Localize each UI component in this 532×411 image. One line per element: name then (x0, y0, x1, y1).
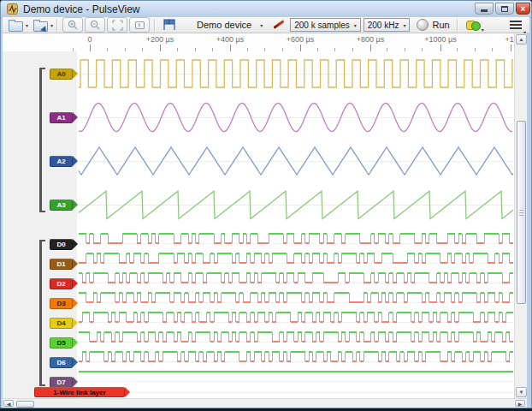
trace-view[interactable] (77, 51, 514, 398)
toolbar-separator (457, 19, 458, 32)
zoom-fit-icon (112, 20, 123, 31)
save-arrow-icon (40, 26, 49, 34)
channel-label-text: A0 (56, 70, 65, 78)
chevron-down-icon: ▾ (403, 22, 405, 28)
minimize-icon (481, 9, 488, 12)
decoder-icon: ▾ (464, 19, 482, 31)
channel-label-A0[interactable]: A0 (50, 68, 73, 80)
open-icon (9, 21, 23, 32)
scroll-up-icon: ▲ (519, 37, 524, 42)
digital-group-bracket (39, 240, 45, 386)
scroll-right-button[interactable]: ▶ (515, 400, 525, 407)
ruler-label: +600 µs (287, 35, 314, 44)
save-button[interactable] (32, 18, 50, 33)
scroll-down-button[interactable]: ▼ (516, 387, 527, 397)
window-title: Demo device - PulseView (23, 3, 140, 15)
toolbar-separator (154, 19, 156, 32)
ruler-label: +1000 µs (424, 35, 456, 44)
ruler-major-tick (90, 45, 91, 51)
zoom-out-button[interactable] (85, 17, 105, 33)
probe-icon (274, 20, 285, 28)
channel-label-text: A1 (56, 114, 65, 122)
main-menu-button[interactable]: ▾ (507, 18, 524, 33)
close-icon: × (521, 4, 526, 14)
channel-label-text: A3 (56, 201, 65, 209)
channel-label-text: D7 (56, 378, 65, 386)
channel-label-D4[interactable]: D4 (50, 318, 73, 329)
run-button[interactable]: Run (417, 18, 449, 33)
ruler-label: +400 µs (216, 35, 244, 44)
toolbar-separator (56, 19, 58, 32)
scroll-up-button[interactable]: ▲ (516, 34, 527, 45)
h-scrollbar-thumb[interactable] (16, 401, 34, 408)
channel-label-text: D6 (56, 359, 65, 366)
maximize-icon (501, 6, 508, 12)
zoom-out-icon (90, 20, 101, 31)
sample-count-select[interactable]: 200 k samples ▾ (290, 18, 361, 32)
scroll-left-button[interactable]: ◀ (3, 400, 14, 407)
configure-channels-button[interactable] (271, 18, 287, 32)
channel-label-D3[interactable]: D3 (50, 298, 73, 309)
add-decoder-button[interactable]: ▾ (462, 18, 484, 33)
ruler-major-tick (300, 45, 301, 51)
minimize-button[interactable] (475, 3, 494, 15)
ruler-major-tick (370, 45, 371, 51)
chevron-down-icon: ▾ (26, 22, 28, 28)
open-dropdown-button[interactable]: ▾ (25, 18, 28, 33)
ruler-major-tick (160, 45, 161, 51)
channel-label-D1[interactable]: D1 (50, 259, 73, 270)
window-titlebar: Demo device - PulseView × (1, 1, 531, 18)
run-button-label: Run (432, 20, 449, 30)
scroll-down-icon: ▼ (519, 390, 524, 395)
channel-label-text: D5 (56, 339, 65, 347)
channel-label-D5[interactable]: D5 (50, 337, 73, 348)
sample-rate-value: 200 kHz (368, 21, 399, 30)
channel-label-A3[interactable]: A3 (50, 200, 73, 211)
zoom-one-to-one-icon (134, 20, 145, 31)
ruler-label: +800 µs (357, 35, 384, 44)
chevron-down-icon: ▾ (354, 22, 357, 28)
ruler-major-tick (230, 45, 231, 51)
scroll-right-icon: ▶ (518, 401, 523, 407)
zoom-one-to-one-button[interactable] (129, 17, 150, 33)
open-button[interactable] (7, 18, 25, 33)
v-scrollbar[interactable]: ▲ ▼ (514, 33, 527, 398)
zoom-in-button[interactable] (62, 17, 83, 33)
channel-label-1-Wire-link-layer[interactable]: 1-Wire link layer (34, 387, 125, 397)
time-ruler[interactable]: 0+200 µs+400 µs+600 µs+800 µs+1000 µs+1: (0, 33, 514, 51)
channel-label-text: D2 (56, 280, 65, 288)
device-select-value: Demo device (197, 20, 251, 30)
chevron-down-icon: ▾ (260, 22, 263, 28)
ruler-label: 0 (87, 35, 92, 44)
pulseview-app-icon (7, 3, 18, 15)
close-button[interactable]: × (516, 3, 530, 15)
zoom-fit-button[interactable] (107, 17, 127, 33)
show-cursors-button[interactable] (159, 18, 180, 33)
channel-label-D0[interactable]: D0 (50, 239, 73, 250)
run-led-icon (417, 19, 429, 31)
ruler-label: +1: (505, 35, 514, 44)
channel-label-text: A2 (56, 158, 65, 165)
ruler-major-tick (511, 45, 511, 51)
channel-label-A1[interactable]: A1 (50, 112, 73, 123)
channel-label-D2[interactable]: D2 (50, 278, 73, 289)
save-icon (33, 21, 48, 32)
ruler-label: +200 µs (146, 35, 174, 44)
maximize-button[interactable] (495, 3, 514, 15)
toolbar: ▾ ▾ Demo device ▾ 200 k samples (3, 17, 529, 33)
save-dropdown-button[interactable]: ▾ (50, 18, 53, 33)
device-select[interactable]: Demo device ▾ (192, 18, 268, 33)
sample-rate-select[interactable]: 200 kHz ▾ (364, 18, 411, 32)
channel-label-A2[interactable]: A2 (50, 156, 73, 167)
v-scrollbar-thumb[interactable] (517, 121, 526, 304)
screenshot-root: Demo device - PulseView × ▾ ▾ (0, 0, 532, 411)
channel-label-D7[interactable]: D7 (50, 377, 73, 388)
channel-label-text: D0 (56, 241, 65, 248)
channel-label-text: D1 (56, 260, 65, 268)
channel-label-D6[interactable]: D6 (50, 357, 73, 368)
scroll-left-icon: ◀ (7, 401, 11, 407)
channel-label-text: D4 (56, 319, 65, 327)
analog-group-bracket (39, 68, 45, 212)
h-scrollbar[interactable]: ◀ ▶ (3, 398, 527, 408)
chevron-down-icon: ▾ (50, 22, 53, 28)
